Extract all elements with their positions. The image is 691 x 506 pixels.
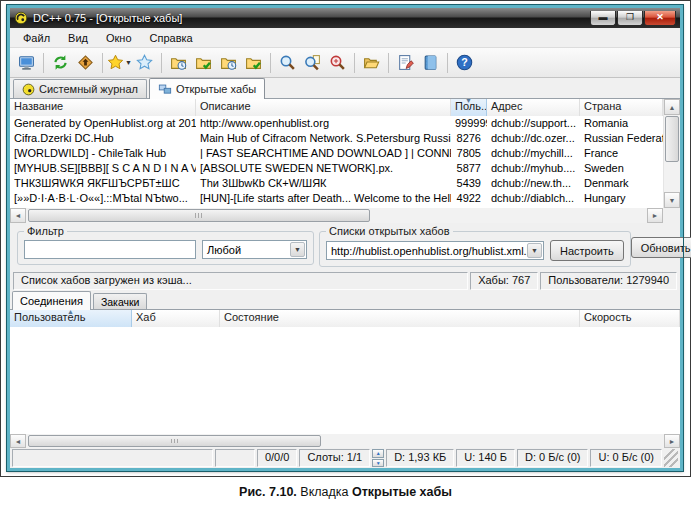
column-header-hub[interactable]: Хаб: [132, 310, 220, 327]
tab-connections[interactable]: Соединения: [12, 291, 91, 310]
close-button[interactable]: ✕: [644, 11, 676, 26]
hub-cell-users: 5439: [451, 176, 487, 191]
adl-search-icon[interactable]: [325, 51, 350, 75]
hub-row[interactable]: [MYHUB.SE][BBB][ S C A N D I N A V...[AB…: [10, 161, 663, 176]
settings-icon[interactable]: [393, 51, 418, 75]
main-status-bar: 0/0/0 Слоты: 1/1 ▲▼ D: 1,93 КБ U: 140 Б …: [10, 448, 680, 468]
hub-vertical-scrollbar[interactable]: ▲ ▼: [663, 99, 680, 208]
sort-asc-icon: ▲: [67, 310, 74, 315]
maximize-button[interactable]: ❐: [617, 11, 643, 26]
scroll-thumb[interactable]: [665, 116, 679, 162]
statusbar-empty-cell: [215, 449, 255, 467]
menu-file[interactable]: Файл: [14, 30, 59, 46]
search-icon[interactable]: [275, 51, 300, 75]
hub-cell-users: 5877: [451, 161, 487, 176]
finished-uploads-icon[interactable]: [241, 51, 266, 75]
menu-view[interactable]: Вид: [59, 30, 97, 46]
hubs-count: Хабы: 767: [470, 272, 538, 290]
tab-downloads[interactable]: Закачки: [93, 293, 148, 309]
hub-cell-addr: dchub://myhub....: [487, 161, 580, 176]
window-controls: ▬ ❐ ✕: [590, 11, 676, 26]
chevron-down-icon: ▼: [290, 242, 305, 257]
grip-marks: [170, 439, 179, 443]
resize-grip[interactable]: [664, 449, 678, 467]
hub-cell-country: Hungary: [580, 191, 663, 206]
column-header-state[interactable]: Состояние: [220, 310, 580, 327]
tab-system-log[interactable]: Системный журнал: [13, 79, 147, 98]
hub-row[interactable]: ТНК3ШЯWКЯ ЯКFШЪСРБТ±ШСThи 3ШbwКb СК+W/ШЯ…: [10, 176, 663, 191]
caption-text: Вкладка: [297, 485, 352, 499]
notepad-icon[interactable]: [418, 51, 443, 75]
filter-input[interactable]: [24, 240, 196, 259]
minimize-button[interactable]: ▬: [590, 11, 616, 26]
favorite-hubs-icon[interactable]: ▼: [107, 51, 132, 75]
scroll-right-icon[interactable]: ►: [647, 208, 663, 223]
help-icon[interactable]: ?: [452, 51, 477, 75]
combo-value: Любой: [203, 244, 290, 256]
hub-cell-users: 7805: [451, 146, 487, 161]
hub-cell-country: France: [580, 146, 663, 161]
hublist-url-combo[interactable]: http://hublist.openhublist.org/hublist.x…: [326, 241, 544, 260]
column-header-description[interactable]: Описание: [196, 99, 451, 116]
dropdown-arrow-icon[interactable]: ▼: [125, 59, 132, 66]
tab-label: Открытые хабы: [176, 83, 256, 95]
scroll-thumb[interactable]: [28, 435, 321, 447]
menu-help[interactable]: Справка: [141, 30, 202, 46]
hub-cell-name: [WORLDWILD] - ChileTalk Hub: [10, 146, 196, 161]
title-bar[interactable]: DC++ 0.75 - [Открытые хабы] ▬ ❐ ✕: [10, 8, 680, 28]
hub-cell-name: ТНК3ШЯWКЯ ЯКFШЪСРБТ±ШС: [10, 176, 196, 191]
connect-icon[interactable]: [14, 51, 39, 75]
statusbar-uploaded: U: 140 Б: [456, 449, 515, 467]
refresh-icon[interactable]: [48, 51, 73, 75]
scroll-left-icon[interactable]: ◄: [10, 208, 26, 223]
scroll-thumb[interactable]: [28, 209, 370, 222]
hub-row[interactable]: Generated by OpenHublist.org at 2010...h…: [10, 116, 663, 131]
configure-button[interactable]: Настроить: [550, 240, 624, 261]
hub-cell-addr: dchub://support...: [487, 116, 580, 131]
hub-cell-addr: dchub://diablch...: [487, 191, 580, 206]
filter-type-combo[interactable]: Любой ▼: [202, 240, 307, 259]
tab-label: Системный журнал: [39, 83, 138, 95]
hub-horizontal-scrollbar[interactable]: ◄ ►: [10, 208, 663, 223]
refresh-button[interactable]: Обновить: [631, 237, 691, 258]
hub-row[interactable]: Cifra.Dzerki DC.HubMain Hub of Cifracom …: [10, 131, 663, 146]
favorite-users-icon[interactable]: [132, 51, 157, 75]
hub-cell-users: 8276: [451, 131, 487, 146]
hub-cell-desc: Thи 3ШbwКb СК+W/ШЯК: [196, 176, 451, 191]
scroll-up-icon[interactable]: ▲: [664, 99, 680, 115]
svg-text:?: ?: [461, 56, 467, 68]
column-header-speed[interactable]: Скорость: [580, 310, 680, 327]
finished-downloads-icon[interactable]: [191, 51, 216, 75]
open-filelist-icon[interactable]: [359, 51, 384, 75]
scroll-right-icon[interactable]: ►: [664, 434, 680, 448]
column-header-users[interactable]: ▼Поль..: [451, 99, 487, 116]
hub-cell-addr: dchub://new.th...: [487, 176, 580, 191]
column-header-name[interactable]: Название: [10, 99, 196, 116]
connections-table-header: ▲Пользователь Хаб Состояние Скорость: [10, 310, 680, 327]
hub-cell-country: Romania: [580, 116, 663, 131]
scroll-down-icon[interactable]: ▼: [664, 192, 680, 208]
download-queue-icon[interactable]: [166, 51, 191, 75]
connections-table-body: [10, 327, 680, 434]
tab-public-hubs[interactable]: Открытые хабы: [149, 78, 265, 99]
toolbar-separator: [161, 53, 162, 73]
search-spy-icon[interactable]: [300, 51, 325, 75]
waiting-users-icon[interactable]: [216, 51, 241, 75]
menu-window[interactable]: Окно: [97, 30, 141, 46]
slots-spinner[interactable]: ▲▼: [372, 449, 384, 467]
column-header-address[interactable]: Адрес: [487, 99, 580, 116]
scroll-left-icon[interactable]: ◄: [10, 434, 26, 448]
connections-horizontal-scrollbar[interactable]: ◄ ►: [10, 434, 680, 448]
follow-redirect-icon[interactable]: [73, 51, 98, 75]
column-header-country[interactable]: Страна: [580, 99, 663, 116]
connections-table: ▲Пользователь Хаб Состояние Скорость ◄ ►: [10, 310, 680, 448]
hub-row[interactable]: [WORLDWILD] - ChileTalk Hub| FAST SEARCH…: [10, 146, 663, 161]
status-message: Список хабов загружен из кэша...: [13, 272, 468, 290]
toolbar: ▼?: [10, 48, 680, 78]
hub-row[interactable]: [»»D·I·A·B·L·O««].::MЪtal NЪtwo...[HUN]-…: [10, 191, 663, 206]
toolbar-separator: [388, 53, 389, 73]
column-header-user[interactable]: ▲Пользователь: [10, 310, 132, 327]
statusbar-download-speed: D: 0 Б/с (0): [517, 449, 589, 467]
hub-cell-country: Denmark: [580, 176, 663, 191]
hub-cell-name: [»»D·I·A·B·L·O««].::MЪtal NЪtwo...: [10, 191, 196, 206]
